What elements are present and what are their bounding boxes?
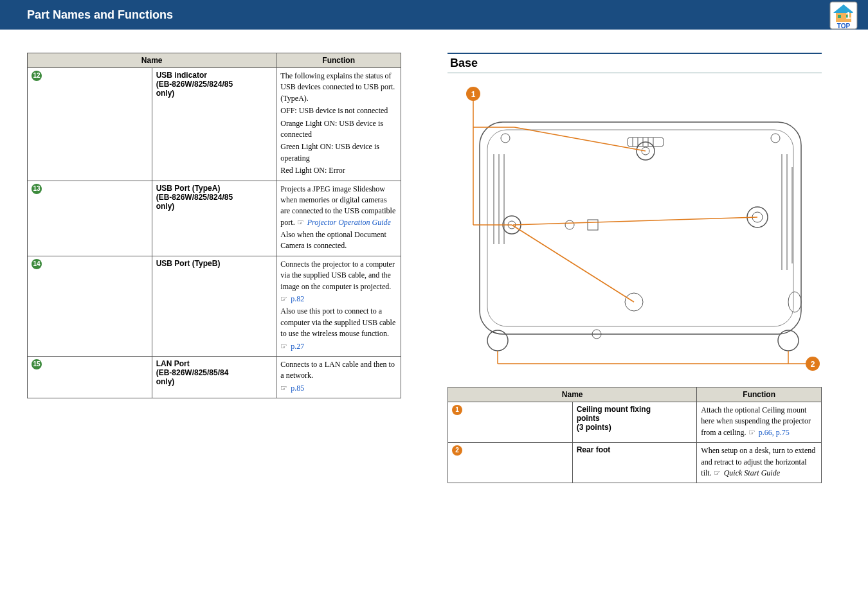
svg-rect-21 xyxy=(588,220,598,230)
svg-rect-7 xyxy=(487,130,793,326)
base-diagram: 1 2 xyxy=(448,77,822,375)
func-text: Orange Light ON: USB device is connected xyxy=(280,118,397,141)
num-badge: 12 xyxy=(32,71,42,81)
table-row: 14 USB Port (TypeB) Connects the project… xyxy=(28,256,401,356)
svg-line-40 xyxy=(512,225,634,302)
row-name: USB indicator xyxy=(156,71,207,80)
svg-text:2: 2 xyxy=(811,360,815,369)
num-badge: 1 xyxy=(452,405,462,415)
hand-icon xyxy=(280,294,289,303)
page-title: Part Names and Functions xyxy=(27,8,173,22)
section-title: Base xyxy=(450,57,478,69)
func-text: Also when the optional Document Camera i… xyxy=(280,229,397,252)
hand-icon xyxy=(280,342,289,351)
table-row: 2 Rear foot When setup on a desk, turn t… xyxy=(448,443,822,483)
row-name: USB Port (TypeB) xyxy=(156,259,221,268)
table-row: 13 USB Port (TypeA) (EB-826W/825/824/85 … xyxy=(28,181,401,256)
func-text: The following explains the status of USB… xyxy=(280,71,397,104)
header-bar: Part Names and Functions TOP 11 xyxy=(0,0,868,30)
th-name: Name xyxy=(448,387,697,402)
row-name-sub: (3 points) xyxy=(577,423,611,432)
row-name-sub: only) xyxy=(156,202,175,211)
num-badge: 14 xyxy=(32,259,42,269)
svg-point-9 xyxy=(771,134,780,143)
row-name: USB Port (TypeA) xyxy=(156,184,221,193)
row-name-sub: (EB-826W/825/85/84 xyxy=(156,368,229,377)
link-p75[interactable]: p.75 xyxy=(776,428,790,437)
row-name-sub: (EB-826W/825/824/85 xyxy=(156,80,233,89)
row-name-sub: (EB-826W/825/824/85 xyxy=(156,193,233,202)
right-column: Base xyxy=(448,53,822,483)
th-name: Name xyxy=(28,53,276,68)
num-badge: 2 xyxy=(452,445,462,456)
hand-icon xyxy=(748,428,757,437)
row-name-sub: points xyxy=(577,414,600,423)
left-column: Name Function 12 USB indicator (EB-826W/… xyxy=(27,53,401,483)
hand-icon xyxy=(280,384,289,393)
func-text: Red Light ON: Error xyxy=(280,165,397,176)
row-name: Rear foot xyxy=(577,445,611,454)
func-text: p.27 xyxy=(280,341,397,352)
th-function: Function xyxy=(697,387,822,402)
link-projector-guide[interactable]: Projector Operation Guide xyxy=(307,218,391,227)
svg-rect-6 xyxy=(480,122,801,334)
func-text: p.82 xyxy=(280,294,397,305)
func-text: OFF: USB device is not connected xyxy=(280,105,397,116)
page-number: 11 xyxy=(845,10,856,21)
link-p27[interactable]: p.27 xyxy=(291,342,304,351)
header-right: 11 xyxy=(843,0,868,30)
table-row: 12 USB indicator (EB-826W/825/824/85 onl… xyxy=(28,68,401,181)
svg-point-20 xyxy=(565,220,574,229)
svg-text:1: 1 xyxy=(471,90,476,99)
quick-start-guide: Quick Start Guide xyxy=(724,468,780,477)
svg-point-13 xyxy=(788,292,801,312)
hand-icon xyxy=(297,218,305,227)
hand-icon xyxy=(714,468,722,477)
svg-line-39 xyxy=(513,217,757,225)
func-text: Projects a JPEG image Slideshow when mem… xyxy=(280,184,397,229)
func-text: When setup on a desk, turn to extend and… xyxy=(701,445,817,479)
parts-table-left: Name Function 12 USB indicator (EB-826W/… xyxy=(27,53,401,398)
table-row: 15 LAN Port (EB-826W/825/85/84 only) Con… xyxy=(28,356,401,398)
link-p82[interactable]: p.82 xyxy=(291,294,304,303)
row-name: LAN Port xyxy=(156,359,190,368)
func-text: Connects the projector to a computer via… xyxy=(280,259,397,292)
func-text: Connects to a LAN cable and then to a ne… xyxy=(280,359,397,382)
func-text: Also use this port to connect to a compu… xyxy=(280,306,397,339)
func-text: p.85 xyxy=(280,383,397,394)
num-badge: 13 xyxy=(32,184,42,194)
svg-line-38 xyxy=(514,127,646,151)
func-text: Attach the optional Ceiling mount here w… xyxy=(701,405,817,438)
parts-table-base: Name Function 1 Ceiling mount fixing poi… xyxy=(448,387,822,483)
num-badge: 15 xyxy=(32,359,42,369)
svg-point-8 xyxy=(501,134,510,143)
row-name-sub: only) xyxy=(156,89,175,98)
th-function: Function xyxy=(276,53,401,68)
svg-rect-3 xyxy=(838,15,841,18)
func-text: Green Light ON: USB device is operating xyxy=(280,141,397,164)
row-name: Ceiling mount fixing xyxy=(577,405,651,414)
link-p66[interactable]: p.66 xyxy=(759,428,772,437)
row-name-sub: only) xyxy=(156,377,175,386)
table-row: 1 Ceiling mount fixing points (3 points)… xyxy=(448,402,822,443)
link-p85[interactable]: p.85 xyxy=(291,384,304,393)
section-header: Base xyxy=(448,53,822,73)
svg-point-12 xyxy=(778,330,799,351)
